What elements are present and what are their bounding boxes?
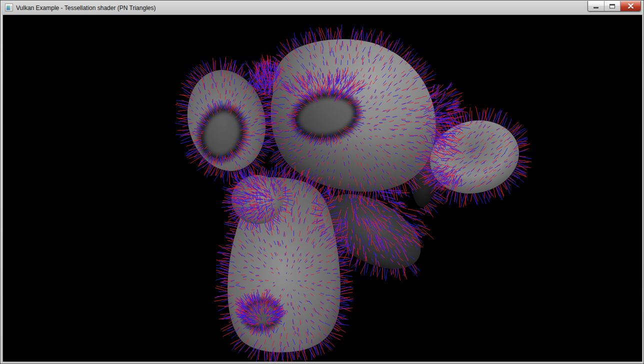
minimize-icon xyxy=(594,7,598,8)
maximize-icon xyxy=(610,4,615,8)
window-controls xyxy=(588,1,641,12)
window-title: Vulkan Example - Tessellation shader (PN… xyxy=(16,4,156,12)
render-viewport[interactable] xyxy=(2,14,642,362)
maximize-button[interactable] xyxy=(604,1,620,11)
application-window-icon xyxy=(5,4,13,12)
app-window: Vulkan Example - Tessellation shader (PN… xyxy=(0,0,644,364)
titlebar[interactable]: Vulkan Example - Tessellation shader (PN… xyxy=(1,1,643,14)
tessellated-model-scene xyxy=(3,15,642,362)
close-icon xyxy=(628,4,634,8)
app-icon[interactable] xyxy=(5,4,13,12)
close-button[interactable] xyxy=(620,1,640,11)
minimize-button[interactable] xyxy=(588,1,604,11)
